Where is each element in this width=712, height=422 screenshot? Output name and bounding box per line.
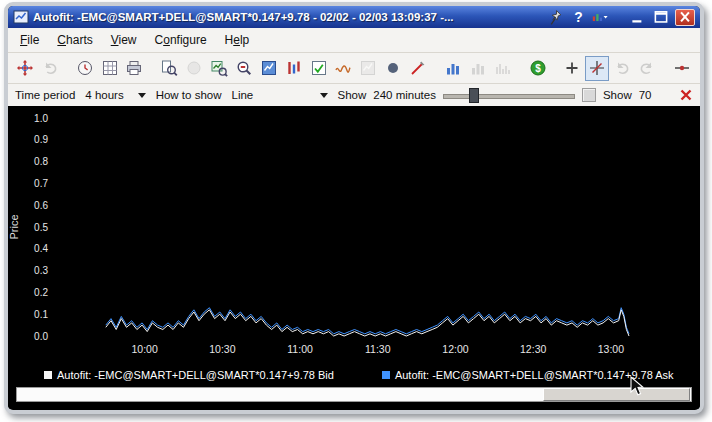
svg-text:11:00: 11:00 (287, 343, 313, 355)
add-plus-icon[interactable] (561, 56, 585, 81)
how-to-show-value: Line (232, 89, 254, 101)
redo-icon[interactable] (635, 56, 659, 81)
zoom-page-icon[interactable] (157, 56, 181, 81)
menubar: FileChartsViewConfigureHelp (8, 28, 700, 53)
how-to-show-dropdown[interactable]: Line (229, 88, 331, 103)
show-label: Show (338, 89, 367, 101)
legend-label-ask: Autofit: -EMC@SMART+DELL@SMART*0.147+9.7… (395, 369, 674, 381)
legend-item-ask: Autofit: -EMC@SMART+DELL@SMART*0.147+9.7… (382, 369, 674, 381)
print-icon[interactable] (123, 56, 147, 81)
bar-chart-icon[interactable] (441, 56, 465, 81)
svg-text:12:30: 12:30 (520, 343, 546, 355)
show-checkbox[interactable] (582, 88, 596, 102)
svg-text:10:30: 10:30 (209, 343, 235, 355)
controlbar: Time period 4 hours How to show Line Sho… (8, 84, 700, 106)
svg-text:13:00: 13:00 (598, 343, 624, 355)
zoom-out-icon[interactable] (232, 56, 256, 81)
maximize-button[interactable] (652, 10, 670, 25)
undo-arrow-icon[interactable] (38, 56, 62, 81)
minutes-slider[interactable] (443, 88, 575, 102)
dropdown-arrow-icon (320, 93, 328, 102)
scrollbar-thumb[interactable] (543, 388, 690, 401)
svg-text:0.2: 0.2 (34, 287, 48, 298)
histogram-icon[interactable] (491, 56, 515, 81)
menu-item-charts[interactable]: Charts (49, 30, 100, 50)
horizontal-line-icon[interactable] (670, 56, 694, 81)
secondary-show-label: Show (603, 89, 632, 101)
crosshair-tool-icon[interactable] (585, 56, 609, 81)
volume-bars-icon[interactable] (282, 56, 306, 81)
minutes-value: 240 minutes (373, 89, 436, 101)
legend-label-bid: Autofit: -EMC@SMART+DELL@SMART*0.147+9.7… (57, 369, 334, 381)
svg-text:10:00: 10:00 (132, 343, 158, 355)
time-period-dropdown[interactable]: 4 hours (82, 88, 148, 103)
grid-icon[interactable] (98, 56, 122, 81)
secondary-show-value: 70 (639, 89, 652, 101)
svg-text:0.9: 0.9 (34, 134, 48, 145)
window-title: Autofit: -EMC@SMART+DELL@SMART*0.147+9.7… (33, 11, 544, 23)
toolbar: $ (8, 53, 700, 84)
time-period-label: Time period (15, 89, 75, 101)
svg-text:0.4: 0.4 (34, 243, 48, 254)
legend-marker-bid (44, 371, 52, 379)
svg-text:12:00: 12:00 (442, 343, 468, 355)
undo-icon[interactable] (610, 56, 634, 81)
window-chart-icon (13, 9, 29, 25)
chart-zoom-icon[interactable] (207, 56, 231, 81)
svg-text:0.5: 0.5 (34, 222, 48, 233)
chart-legend: Autofit: -EMC@SMART+DELL@SMART*0.147+9.7… (44, 366, 700, 384)
legend-marker-ask (382, 371, 390, 379)
chart-check-icon[interactable] (307, 56, 331, 81)
svg-text:0.1: 0.1 (34, 309, 48, 320)
panel-close-button[interactable] (679, 88, 693, 102)
svg-text:1.0: 1.0 (34, 113, 48, 124)
chart-scrollbar[interactable] (16, 387, 692, 402)
slider-handle[interactable] (469, 88, 479, 103)
dropdown-arrow-icon (138, 93, 146, 102)
chart-window: Autofit: -EMC@SMART+DELL@SMART*0.147+9.7… (4, 2, 704, 414)
minimize-button[interactable] (629, 10, 647, 25)
chart-options-dropdown-icon[interactable] (592, 9, 609, 25)
svg-text:Price: Price (8, 214, 20, 239)
close-button[interactable] (675, 9, 695, 26)
time-period-icon[interactable] (73, 56, 97, 81)
dollar-icon[interactable]: $ (526, 56, 550, 81)
inactive-circle-icon[interactable] (182, 56, 206, 81)
svg-text:11:30: 11:30 (365, 343, 391, 355)
legend-item-bid: Autofit: -EMC@SMART+DELL@SMART*0.147+9.7… (44, 369, 334, 381)
how-to-show-label: How to show (156, 89, 222, 101)
price-chart[interactable]: 1.00.90.80.70.60.50.40.30.20.10.010:0010… (8, 106, 697, 366)
menu-item-view[interactable]: View (103, 30, 145, 50)
svg-text:$: $ (535, 63, 541, 74)
svg-text:?: ? (574, 9, 582, 25)
blue-chart-icon[interactable] (257, 56, 281, 81)
inactive-chart-icon[interactable] (356, 56, 380, 81)
help-icon[interactable]: ? (570, 9, 587, 25)
bar-chart-gray-icon[interactable] (466, 56, 490, 81)
menu-item-file[interactable]: File (12, 30, 47, 50)
svg-text:0.0: 0.0 (34, 331, 48, 342)
wave-study-icon[interactable] (332, 56, 356, 81)
record-icon[interactable] (381, 56, 405, 81)
svg-text:0.3: 0.3 (34, 265, 48, 276)
titlebar[interactable]: Autofit: -EMC@SMART+DELL@SMART*0.147+9.7… (8, 6, 700, 28)
chart-region: 1.00.90.80.70.60.50.40.30.20.10.010:0010… (8, 106, 700, 409)
menu-item-configure[interactable]: Configure (147, 30, 215, 50)
svg-text:0.7: 0.7 (34, 178, 48, 189)
slider-track[interactable] (443, 94, 575, 99)
pin-icon[interactable] (548, 9, 565, 25)
time-period-value: 4 hours (85, 89, 123, 101)
draw-line-icon[interactable] (406, 56, 430, 81)
svg-text:0.8: 0.8 (34, 156, 48, 167)
svg-text:0.6: 0.6 (34, 200, 48, 211)
pan-tool-icon[interactable] (13, 56, 37, 81)
menu-item-help[interactable]: Help (217, 30, 258, 50)
